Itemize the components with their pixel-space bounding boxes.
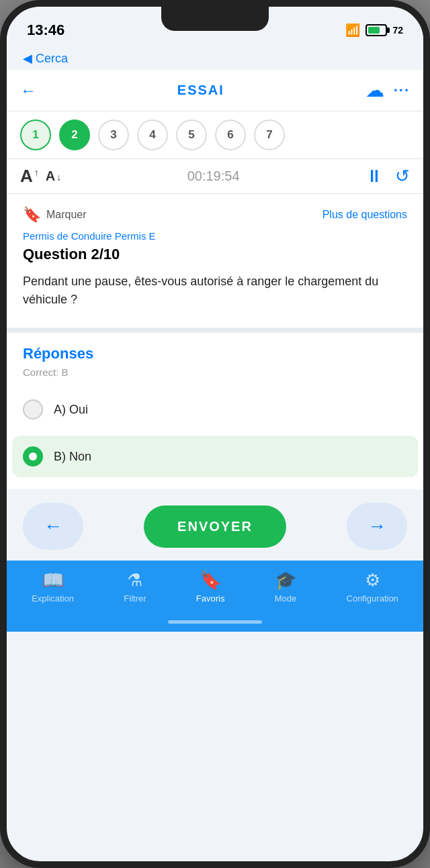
home-bar <box>168 620 262 624</box>
answer-text-a: A) Oui <box>54 403 88 417</box>
pause-button[interactable]: ⏸ <box>366 166 383 187</box>
radio-a <box>23 399 43 420</box>
prev-button[interactable]: ← <box>23 503 83 550</box>
more-questions-link[interactable]: Plus de questions <box>322 209 407 221</box>
timer-bar: A ↑ A ↓ 00:19:54 ⏸ ↺ <box>7 159 423 194</box>
status-icons: 📶 72 <box>345 23 403 38</box>
font-increase-btn[interactable]: A ↑ <box>20 166 39 187</box>
tab-configuration-label: Configuration <box>347 593 398 604</box>
configuration-icon: ⚙ <box>365 570 380 591</box>
tab-bar: 📖 Explication ⚗ Filtrer 🔖 Favoris 🎓 Mode… <box>7 561 423 612</box>
mode-icon: 🎓 <box>275 570 296 591</box>
tab-configuration[interactable]: ⚙ Configuration <box>340 567 405 606</box>
next-button[interactable]: → <box>347 503 407 550</box>
bottom-nav-area: ← ENVOYER → <box>7 489 423 561</box>
explication-icon: 📖 <box>42 570 64 591</box>
header-title: ESSAI <box>177 83 224 98</box>
timer-actions: ⏸ ↺ <box>366 166 410 187</box>
nav-bubble-7[interactable]: 7 <box>254 119 285 150</box>
question-card: 🔖 Marquer Plus de questions Permis de Co… <box>7 194 423 328</box>
tab-favoris-label: Favoris <box>196 593 225 604</box>
correct-label: Correct: B <box>23 367 407 378</box>
nav-bubble-1[interactable]: 1 <box>20 119 51 150</box>
filtrer-icon: ⚗ <box>127 570 142 591</box>
nav-bubble-6[interactable]: 6 <box>215 119 246 150</box>
refresh-button[interactable]: ↺ <box>395 166 410 187</box>
cloud-icon[interactable]: ☁ <box>366 79 384 101</box>
battery-label: 72 <box>392 25 403 36</box>
nav-bubble-4[interactable]: 4 <box>137 119 168 150</box>
tab-mode-label: Mode <box>275 593 297 604</box>
nav-bubble-5[interactable]: 5 <box>176 119 207 150</box>
tab-filtrer-label: Filtrer <box>124 593 146 604</box>
section-divider <box>7 328 423 333</box>
send-button[interactable]: ENVOYER <box>144 505 286 548</box>
font-up-arrow-icon: ↑ <box>34 167 39 178</box>
nav-bubble-3[interactable]: 3 <box>98 119 129 150</box>
bookmark-row: 🔖 Marquer Plus de questions <box>23 206 407 224</box>
answers-title: Réponses <box>23 345 407 363</box>
header: ← ESSAI ☁ ··· <box>7 70 423 111</box>
status-time: 13:46 <box>27 21 64 39</box>
bookmark-icon: 🔖 <box>23 206 41 224</box>
tab-filtrer[interactable]: ⚗ Filtrer <box>117 567 153 606</box>
notch <box>161 7 269 31</box>
answer-text-b: B) Non <box>54 450 91 464</box>
answers-section: Réponses Correct: B A) Oui B) Non <box>7 333 423 489</box>
timer-display: 00:19:54 <box>187 168 240 184</box>
back-arrow-icon[interactable]: ← <box>20 81 36 100</box>
tab-explication-label: Explication <box>32 593 74 604</box>
back-label: ◀ Cerca <box>23 51 68 66</box>
status-bar: 13:46 📶 72 <box>7 7 423 47</box>
tab-explication[interactable]: 📖 Explication <box>25 567 81 606</box>
font-decrease-btn[interactable]: A ↓ <box>46 168 61 184</box>
battery-icon <box>366 24 387 36</box>
more-icon[interactable]: ··· <box>394 82 410 99</box>
radio-b <box>23 446 43 467</box>
bookmark-button[interactable]: 🔖 Marquer <box>23 206 87 224</box>
question-nav: 1 2 3 4 5 6 7 <box>7 111 423 159</box>
question-text: Pendant une pause, êtes-vous autorisé à … <box>23 273 407 309</box>
font-controls: A ↑ A ↓ <box>20 166 61 187</box>
font-down-arrow-icon: ↓ <box>56 172 61 183</box>
home-indicator <box>7 612 423 632</box>
answer-option-a[interactable]: A) Oui <box>23 389 407 430</box>
nav-bubble-2[interactable]: 2 <box>59 119 90 150</box>
tab-favoris[interactable]: 🔖 Favoris <box>189 567 232 606</box>
answer-option-b[interactable]: B) Non <box>12 436 418 477</box>
wifi-icon: 📶 <box>345 23 360 38</box>
category-label: Permis de Conduire Permis E <box>23 230 407 242</box>
favoris-icon: 🔖 <box>200 570 221 591</box>
phone-frame: 13:46 📶 72 ◀ Cerca ← ESSAI ☁ ··· 1 2 3 <box>0 0 430 868</box>
tab-mode[interactable]: 🎓 Mode <box>268 567 304 606</box>
back-nav[interactable]: ◀ Cerca <box>7 47 423 70</box>
question-number: Question 2/10 <box>23 246 407 263</box>
header-icons: ☁ ··· <box>366 79 410 101</box>
